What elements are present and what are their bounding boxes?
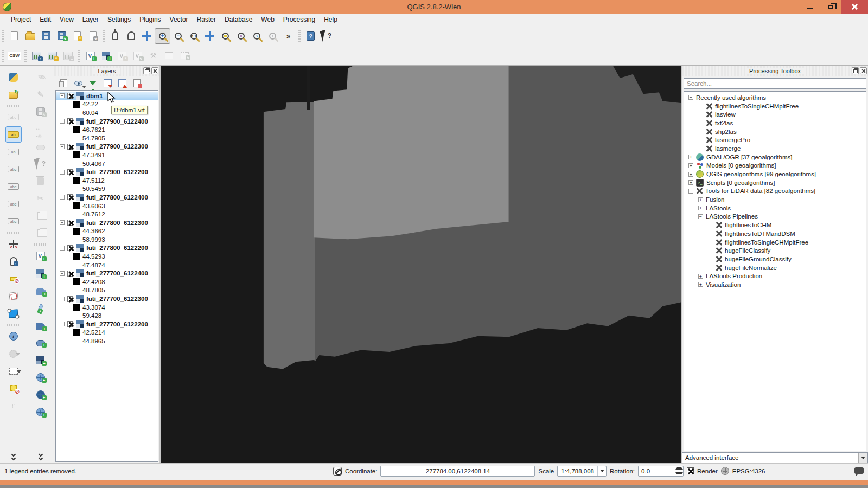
label-rotate-button[interactable]: abc (5, 196, 22, 212)
new-print-area-button[interactable] (161, 48, 177, 63)
restore-button[interactable] (820, 0, 841, 14)
menu-layer[interactable]: Layer (78, 14, 103, 25)
open-project-button[interactable] (22, 28, 38, 44)
pan-map-button[interactable] (123, 28, 139, 44)
float-panel-button[interactable] (852, 67, 859, 74)
messages-bubble-icon[interactable] (854, 467, 864, 474)
identify-features-button[interactable] (5, 328, 22, 344)
zoom-last-button[interactable]: ‹ (249, 28, 265, 44)
toolbar-grip[interactable] (24, 50, 27, 62)
expand-toggle[interactable] (698, 197, 703, 202)
menu-web[interactable]: Web (257, 14, 278, 25)
epsg-label[interactable]: EPSG:4326 (732, 468, 765, 474)
save-project-button[interactable] (38, 28, 54, 44)
add-group-button[interactable] (59, 78, 68, 88)
layer-checkbox[interactable] (67, 118, 73, 124)
tree-algorithm[interactable]: flightlinesToSingleCHMpitFree (684, 238, 866, 247)
expand-toggle[interactable] (688, 172, 693, 177)
feature-tool-button[interactable] (33, 156, 49, 172)
collapse-toggle[interactable] (60, 271, 65, 276)
measure-small-button[interactable] (5, 271, 22, 287)
expand-toggle[interactable] (698, 274, 703, 279)
menu-plugins[interactable]: Plugins (135, 14, 165, 25)
composer-manager-button[interactable] (85, 28, 101, 44)
osm-export-button[interactable] (60, 48, 76, 63)
tree-provider-lidar[interactable]: Tools for LiDAR data [82 geoalgorithms] (684, 187, 866, 196)
menu-settings[interactable]: Settings (103, 14, 135, 25)
scale-combobox[interactable]: 1:4,788,008 (557, 466, 607, 477)
collapse-toggle[interactable] (60, 297, 65, 301)
rotation-spinner[interactable]: 0.0 (638, 466, 684, 477)
expand-toggle[interactable] (688, 180, 693, 185)
zoom-to-selection-button[interactable] (218, 28, 233, 44)
label-pin-button[interactable]: ab (5, 144, 22, 160)
close-button[interactable] (841, 0, 868, 14)
build-tools-button[interactable] (145, 48, 161, 63)
zoom-to-layer-button[interactable] (233, 28, 249, 44)
menu-help[interactable]: Help (320, 14, 342, 25)
add-postgis-layer-button[interactable] (33, 282, 49, 299)
deselect-features-button[interactable] (5, 380, 22, 396)
tree-algorithm[interactable]: lasmergePro (684, 136, 866, 144)
close-panel-button[interactable] (151, 67, 158, 74)
menu-database[interactable]: Database (220, 14, 257, 25)
filter-legend-button[interactable] (88, 78, 98, 88)
toggle-editing-button[interactable] (33, 86, 49, 102)
layer-row[interactable]: futi_277900_6122300 (56, 143, 158, 151)
tree-group-lastools-production[interactable]: LAStools Production (684, 272, 866, 280)
toolbar-grip[interactable] (78, 50, 80, 62)
node-tool-button[interactable] (33, 121, 49, 137)
menu-raster[interactable]: Raster (193, 14, 220, 25)
collapse-toggle[interactable] (688, 189, 693, 194)
tree-algorithm[interactable]: lasmerge (684, 144, 866, 153)
tree-algorithm[interactable]: txt2las (684, 119, 866, 127)
zoom-native-button[interactable]: 1:1 (186, 28, 202, 44)
add-raster-layer-button[interactable] (33, 265, 49, 281)
toolbar-grip[interactable] (34, 243, 47, 246)
run-feature-action-button[interactable] (5, 345, 22, 362)
menu-processing[interactable]: Processing (279, 14, 320, 25)
add-mssql-layer-button[interactable] (33, 317, 49, 333)
layer-checkbox[interactable] (67, 169, 73, 175)
save-edits-button[interactable] (33, 104, 49, 120)
label-active-button[interactable]: ab (5, 126, 22, 143)
layer-row[interactable]: futi_277700_6122200 (56, 320, 158, 329)
zoom-in-button[interactable]: + (155, 28, 170, 44)
crosshair-target-button[interactable] (5, 236, 22, 252)
layer-row[interactable]: futi_277800_6122400 (56, 193, 158, 202)
new-spatialite-layer-button[interactable] (114, 48, 130, 63)
collapse-toggle[interactable] (60, 220, 65, 225)
menu-vector[interactable]: Vector (165, 14, 193, 25)
tree-algorithm[interactable]: flightlinesToSingleCHMpitFree (684, 102, 866, 111)
label-move-button[interactable]: abc (5, 178, 22, 195)
rotation-up-button[interactable] (675, 466, 683, 471)
zoom-out-button[interactable]: − (170, 28, 186, 44)
tree-algorithm[interactable]: hugeFileGroundClassify (684, 255, 866, 264)
label-show-hide-button[interactable]: abc (5, 161, 22, 177)
rotation-down-button[interactable] (675, 471, 683, 476)
layer-checkbox[interactable] (67, 271, 73, 277)
python-console-button[interactable] (5, 69, 22, 85)
toolbar-grip[interactable] (2, 50, 4, 62)
layer-checkbox[interactable] (67, 93, 73, 99)
add-oracle-layer-button[interactable] (33, 335, 49, 351)
layer-row[interactable]: futi_277900_6122400 (56, 117, 158, 126)
expand-toggle[interactable] (698, 206, 703, 210)
dropdown-button[interactable] (858, 453, 867, 463)
tree-group-visualization[interactable]: Visualization (684, 280, 866, 289)
tree-provider-qgis[interactable]: QGIS geoalgorithms [99 geoalgorithms] (684, 170, 866, 178)
menu-view[interactable]: View (55, 14, 78, 25)
layer-row[interactable]: futi_277900_6122200 (56, 168, 158, 176)
render-checkbox[interactable] (687, 467, 694, 474)
layer-checkbox[interactable] (67, 220, 73, 226)
pan-to-selection-button[interactable] (139, 28, 155, 44)
layer-row[interactable]: futi_277700_6122400 (56, 269, 158, 278)
crs-globe-icon[interactable] (721, 467, 729, 475)
toolbar-expand-chevrons[interactable] (12, 453, 15, 460)
whats-this-button[interactable] (318, 28, 334, 44)
menu-edit[interactable]: Edit (35, 14, 55, 25)
zoom-next-button[interactable]: › (265, 28, 280, 44)
layer-checkbox[interactable] (67, 296, 73, 302)
layer-row-dbm1[interactable]: dbm1 (56, 92, 158, 100)
edit-layer-button[interactable] (130, 48, 145, 63)
